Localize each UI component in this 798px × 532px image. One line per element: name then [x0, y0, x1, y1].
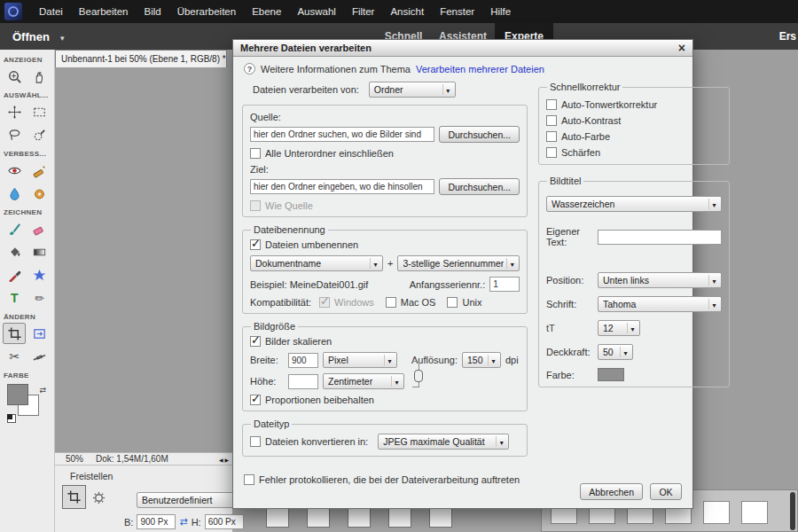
- convert-type-dropdown[interactable]: JPEG maximale Qualität: [378, 434, 509, 450]
- lasso-tool[interactable]: [3, 124, 26, 145]
- log-errors-checkbox[interactable]: [244, 474, 254, 485]
- menu-ansicht[interactable]: Ansicht: [382, 0, 432, 23]
- recompose-tool[interactable]: [28, 323, 51, 344]
- auto-levels-label: Auto-Tonwertkorrektur: [561, 99, 657, 110]
- menu-bearbeiten[interactable]: Bearbeiten: [71, 0, 137, 23]
- type-tool[interactable]: [3, 287, 26, 309]
- eyedropper-tool[interactable]: [3, 264, 26, 286]
- custom-shape-tool[interactable]: [28, 264, 51, 286]
- help-link[interactable]: Verarbeiten mehrerer Dateien: [416, 64, 544, 74]
- thumbnail[interactable]: [266, 506, 289, 528]
- ok-button[interactable]: OK: [650, 483, 682, 500]
- red-eye-tool[interactable]: [3, 160, 26, 181]
- menu-ueberarbeiten[interactable]: Überarbeiten: [169, 0, 244, 23]
- compat-macos-checkbox[interactable]: [386, 297, 396, 308]
- serial-number-input[interactable]: [489, 277, 520, 292]
- thumbnail[interactable]: [703, 501, 730, 524]
- thumbnail[interactable]: [741, 501, 768, 524]
- gear-icon[interactable]: [92, 491, 106, 506]
- brush-tool[interactable]: [3, 218, 26, 239]
- chevron-down-icon[interactable]: [60, 30, 65, 43]
- destination-path-input[interactable]: [250, 179, 434, 194]
- source-path-input[interactable]: [250, 127, 434, 142]
- name-part1-dropdown[interactable]: Dokumentname: [250, 255, 383, 271]
- thumbnail[interactable]: [388, 506, 411, 528]
- height-unit-dropdown[interactable]: Zentimeter: [323, 373, 404, 389]
- panel-collapse-arrows-icon[interactable]: [219, 454, 229, 464]
- position-dropdown[interactable]: Unten links: [598, 272, 722, 288]
- compat-unix-checkbox[interactable]: [447, 297, 458, 308]
- open-button[interactable]: Öffnen: [12, 23, 64, 50]
- destination-browse-button[interactable]: Durchsuchen...: [439, 178, 520, 195]
- resolution-dropdown[interactable]: 150: [462, 352, 501, 368]
- height-unit-value: Zentimeter: [328, 376, 388, 387]
- process-from-dropdown[interactable]: Ordner: [369, 82, 456, 98]
- content-aware-move-tool[interactable]: [3, 346, 26, 367]
- auto-contrast-checkbox[interactable]: [546, 115, 557, 126]
- eraser-tool[interactable]: [28, 218, 51, 239]
- menu-ebene[interactable]: Ebene: [244, 0, 289, 23]
- source-browse-button[interactable]: Durchsuchen...: [439, 126, 520, 143]
- vertical-scrollbar[interactable]: [790, 492, 795, 530]
- font-dropdown[interactable]: Tahoma: [598, 296, 722, 312]
- source-label: Quelle:: [250, 112, 520, 122]
- gradient-tool[interactable]: [28, 241, 51, 262]
- spot-healing-tool[interactable]: [28, 160, 51, 181]
- thumbnail[interactable]: [429, 506, 452, 528]
- opacity-dropdown[interactable]: 50: [598, 344, 633, 360]
- label-type-dropdown[interactable]: Wasserzeichen: [546, 196, 722, 212]
- resize-images-checkbox[interactable]: [250, 336, 261, 347]
- menu-fenster[interactable]: Fenster: [432, 0, 482, 23]
- move-tool[interactable]: [3, 101, 26, 122]
- default-colors-icon[interactable]: [7, 414, 16, 423]
- height-input[interactable]: [288, 374, 318, 389]
- sponge-tool[interactable]: [28, 183, 51, 204]
- width-input[interactable]: [288, 353, 318, 368]
- crop-dimensions: B: H:: [124, 514, 244, 529]
- width-unit-dropdown[interactable]: Pixel: [323, 352, 397, 368]
- create-button[interactable]: Ers: [779, 23, 798, 50]
- swap-dimensions-icon[interactable]: [179, 516, 187, 528]
- crop-tool[interactable]: [3, 323, 26, 344]
- crop-width-input[interactable]: [137, 514, 176, 529]
- pencil-tool[interactable]: [28, 287, 51, 309]
- swap-colors-icon[interactable]: [39, 384, 46, 395]
- constrain-proportions-checkbox[interactable]: [250, 395, 261, 405]
- dialog-close-button[interactable]: [678, 42, 685, 54]
- chevron-down-icon: [384, 355, 395, 365]
- dialog-left-column: Dateien verarbeiten von: Ordner Quelle: …: [242, 82, 528, 464]
- dialog-titlebar[interactable]: Mehrere Dateien verarbeiten: [233, 40, 692, 57]
- foreground-color-swatch[interactable]: [7, 384, 28, 405]
- name-part2-dropdown[interactable]: 3-stellige Seriennummer: [397, 255, 520, 271]
- quick-selection-tool[interactable]: [28, 124, 51, 145]
- menu-datei[interactable]: Datei: [31, 0, 71, 23]
- hand-tool[interactable]: [28, 66, 51, 87]
- compat-macos-label: Mac OS: [401, 297, 436, 308]
- crop-height-input[interactable]: [205, 514, 244, 529]
- thumbnail[interactable]: [307, 506, 330, 528]
- convert-type-value: JPEG maximale Qualität: [383, 436, 493, 447]
- auto-color-checkbox[interactable]: [546, 131, 557, 142]
- font-size-dropdown[interactable]: 12: [598, 320, 640, 336]
- menu-filter[interactable]: Filter: [344, 0, 383, 23]
- auto-levels-checkbox[interactable]: [546, 99, 557, 110]
- crop-tool-option-selected[interactable]: [62, 485, 86, 509]
- menu-hilfe[interactable]: Hilfe: [482, 0, 519, 23]
- cancel-button[interactable]: Abbrechen: [580, 483, 643, 500]
- blur-tool[interactable]: [3, 183, 26, 204]
- include-subfolders-checkbox[interactable]: [250, 148, 261, 159]
- document-tab[interactable]: Unbenannt-1 bei 50% (Ebene 1, RGB/8) *: [55, 50, 227, 67]
- zoom-tool[interactable]: [3, 66, 26, 87]
- thumbnail[interactable]: [348, 506, 371, 528]
- menu-auswahl[interactable]: Auswahl: [289, 0, 343, 23]
- marquee-tool[interactable]: [28, 101, 51, 122]
- paint-bucket-tool[interactable]: [3, 241, 26, 262]
- rename-files-checkbox[interactable]: [250, 239, 261, 250]
- menu-bild[interactable]: Bild: [136, 0, 168, 23]
- help-icon[interactable]: [244, 63, 255, 74]
- straighten-tool[interactable]: [28, 346, 51, 367]
- sharpen-checkbox[interactable]: [546, 147, 557, 158]
- convert-files-checkbox[interactable]: [250, 436, 261, 447]
- custom-text-input[interactable]: [598, 230, 722, 245]
- label-color-swatch[interactable]: [598, 368, 624, 381]
